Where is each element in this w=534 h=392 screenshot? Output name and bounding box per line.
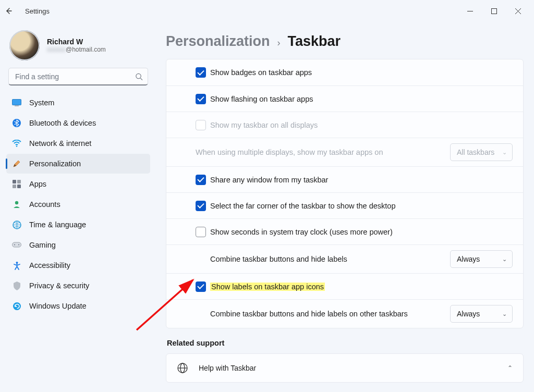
setting-label: Show seconds in system tray clock (uses … xyxy=(210,228,393,236)
globe-icon xyxy=(177,362,188,374)
search-input[interactable] xyxy=(8,68,148,85)
svg-rect-11 xyxy=(17,180,21,183)
nav-item-accounts[interactable]: Accounts xyxy=(6,194,150,214)
sidebar: Richard W xxxxxx@hotmail.com System Blue… xyxy=(0,22,156,392)
checkbox-show-labels[interactable] xyxy=(196,281,206,292)
setting-multi-display-apps: When using multiple displays, show my ta… xyxy=(166,138,523,166)
svg-rect-6 xyxy=(13,100,21,105)
dropdown-combine-other[interactable]: Always ⌄ xyxy=(450,305,513,323)
nav-list: System Bluetooth & devices Network & int… xyxy=(6,93,150,316)
chevron-down-icon: ⌄ xyxy=(502,311,507,317)
shield-icon xyxy=(11,280,22,291)
svg-rect-1 xyxy=(491,8,496,14)
setting-show-labels: Show labels on taskbar app icons xyxy=(166,273,523,299)
setting-far-corner: Select the far corner of the taskbar to … xyxy=(166,192,523,218)
setting-label: Select the far corner of the taskbar to … xyxy=(210,202,395,210)
chevron-right-icon: › xyxy=(277,38,281,48)
chevron-down-icon: ⌄ xyxy=(502,149,507,156)
window-controls xyxy=(458,3,530,19)
setting-label: When using multiple displays, show my ta… xyxy=(196,148,383,156)
dropdown-value: Always xyxy=(457,255,480,263)
nav-item-time-language[interactable]: Time & language xyxy=(6,215,150,235)
checkbox-share-window[interactable] xyxy=(196,175,206,185)
nav-label: Accessibility xyxy=(29,261,70,270)
breadcrumb: Personalization › Taskbar xyxy=(166,26,524,50)
nav-label: System xyxy=(29,99,54,107)
nav-item-privacy[interactable]: Privacy & security xyxy=(6,276,150,296)
maximize-button[interactable] xyxy=(482,3,506,19)
nav-item-apps[interactable]: Apps xyxy=(6,174,150,194)
nav-label: Privacy & security xyxy=(29,281,89,290)
chevron-up-icon: ⌃ xyxy=(507,364,513,372)
setting-show-badges: Show badges on taskbar apps xyxy=(166,59,523,85)
svg-rect-13 xyxy=(17,185,21,188)
nav-item-personalization[interactable]: Personalization xyxy=(6,154,150,174)
setting-label: Combine taskbar buttons and hide labels xyxy=(210,255,347,263)
system-icon xyxy=(11,97,22,108)
avatar xyxy=(9,30,40,60)
setting-show-seconds: Show seconds in system tray clock (uses … xyxy=(166,218,523,244)
clock-globe-icon xyxy=(11,219,22,230)
person-icon xyxy=(11,199,22,210)
breadcrumb-parent[interactable]: Personalization xyxy=(166,33,270,50)
paintbrush-icon xyxy=(11,158,22,169)
nav-item-gaming[interactable]: Gaming xyxy=(6,235,150,255)
setting-label: Show flashing on taskbar apps xyxy=(210,95,313,103)
taskbar-settings-card: Show badges on taskbar apps Show flashin… xyxy=(166,59,524,328)
nav-label: Bluetooth & devices xyxy=(29,119,96,127)
nav-item-network[interactable]: Network & internet xyxy=(6,133,150,153)
nav-item-system[interactable]: System xyxy=(6,93,150,113)
content-area: Personalization › Taskbar Show badges on… xyxy=(156,22,534,392)
minimize-button[interactable] xyxy=(458,3,482,19)
user-name: Richard W xyxy=(47,38,106,46)
nav-item-windows-update[interactable]: Windows Update xyxy=(6,296,150,316)
setting-combine-main: Combine taskbar buttons and hide labels … xyxy=(166,244,523,273)
wifi-icon xyxy=(11,138,22,149)
breadcrumb-current: Taskbar xyxy=(288,33,341,50)
chevron-down-icon: ⌄ xyxy=(502,256,507,263)
setting-label: Show my taskbar on all displays xyxy=(210,121,318,129)
dropdown-value: All taskbars xyxy=(457,148,494,156)
nav-label: Time & language xyxy=(29,220,86,229)
related-support-title: Related support xyxy=(167,339,524,347)
titlebar: Settings xyxy=(0,0,534,22)
setting-share-window: Share any window from my taskbar xyxy=(166,166,523,192)
accessibility-icon xyxy=(11,260,22,271)
search-icon xyxy=(135,73,143,81)
nav-label: Windows Update xyxy=(29,302,87,310)
nav-label: Personalization xyxy=(29,160,81,168)
svg-point-14 xyxy=(15,201,18,204)
setting-label: Show badges on taskbar apps xyxy=(210,68,312,77)
nav-item-bluetooth[interactable]: Bluetooth & devices xyxy=(6,113,150,133)
search-box xyxy=(8,68,148,85)
checkbox-show-badges[interactable] xyxy=(196,67,206,78)
svg-line-5 xyxy=(140,78,142,80)
nav-label: Network & internet xyxy=(29,139,91,148)
window-title: Settings xyxy=(25,7,50,15)
svg-rect-16 xyxy=(13,242,21,247)
svg-rect-7 xyxy=(15,106,19,106)
help-with-taskbar[interactable]: Help with Taskbar ⌃ xyxy=(166,354,523,382)
setting-all-displays: Show my taskbar on all displays xyxy=(166,112,523,138)
nav-label: Gaming xyxy=(29,241,56,249)
back-button[interactable] xyxy=(4,7,21,15)
apps-icon xyxy=(11,179,22,189)
nav-label: Accounts xyxy=(29,200,60,209)
help-label: Help with Taskbar xyxy=(199,364,256,372)
user-block[interactable]: Richard W xxxxxx@hotmail.com xyxy=(6,26,150,67)
nav-label: Apps xyxy=(29,180,46,188)
setting-show-flashing: Show flashing on taskbar apps xyxy=(166,85,523,112)
checkbox-far-corner[interactable] xyxy=(196,201,206,211)
svg-point-18 xyxy=(18,244,19,246)
nav-item-accessibility[interactable]: Accessibility xyxy=(6,255,150,275)
gamepad-icon xyxy=(11,240,22,250)
checkbox-show-seconds[interactable] xyxy=(196,227,206,237)
svg-point-17 xyxy=(14,244,15,246)
setting-label: Combine taskbar buttons and hide labels … xyxy=(210,310,408,318)
dropdown-combine-main[interactable]: Always ⌄ xyxy=(450,250,513,268)
close-button[interactable] xyxy=(506,3,530,19)
dropdown-multi-display-apps: All taskbars ⌄ xyxy=(450,143,513,161)
checkbox-show-flashing[interactable] xyxy=(196,94,206,104)
svg-rect-10 xyxy=(13,180,16,183)
bluetooth-icon xyxy=(11,118,22,128)
